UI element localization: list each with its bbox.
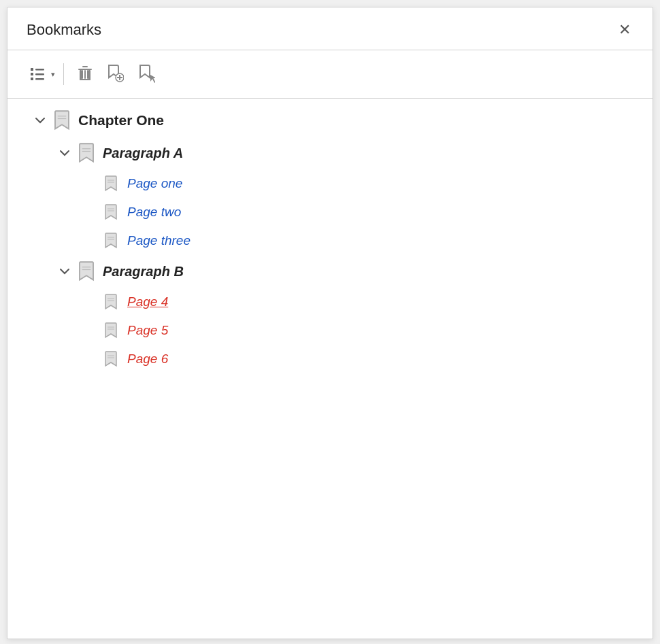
toolbar-separator — [63, 63, 64, 85]
bookmark-add-icon — [106, 64, 124, 84]
svg-rect-7 — [82, 66, 88, 67]
svg-rect-13 — [87, 70, 88, 79]
svg-rect-0 — [31, 68, 33, 71]
panel-header: Bookmarks ✕ — [7, 7, 653, 50]
chevron-paragraph-a — [59, 148, 77, 158]
svg-rect-2 — [31, 78, 33, 80]
panel-title: Bookmarks — [27, 21, 101, 39]
chevron-chapter-one — [35, 115, 52, 126]
tree-item-page-three[interactable]: Page three — [21, 226, 653, 255]
item-label-paragraph-a: Paragraph A — [103, 146, 183, 161]
svg-rect-1 — [31, 73, 33, 75]
tree-item-page-5[interactable]: Page 5 — [21, 316, 653, 345]
svg-rect-12 — [84, 70, 86, 79]
svg-rect-9 — [88, 70, 90, 80]
svg-rect-3 — [35, 69, 44, 71]
svg-rect-6 — [78, 69, 92, 70]
trash-icon — [78, 65, 93, 83]
svg-rect-4 — [35, 73, 44, 75]
tree-item-page-two[interactable]: Page two — [21, 198, 653, 226]
toolbar: ▾ — [7, 50, 653, 98]
item-label-page-6: Page 6 — [127, 352, 168, 367]
chevron-paragraph-b — [59, 266, 77, 277]
close-button[interactable]: ✕ — [613, 20, 636, 40]
bookmarks-panel: Bookmarks ✕ ▾ — [7, 7, 653, 639]
bookmark-icon-page-two — [101, 204, 120, 220]
item-label-page-5: Page 5 — [127, 323, 168, 338]
bookmark-icon-paragraph-a — [77, 143, 96, 163]
bookmark-icon-chapter-one — [52, 110, 71, 131]
svg-rect-11 — [82, 70, 83, 79]
list-view-dropdown[interactable]: ▾ — [24, 63, 55, 86]
dropdown-arrow: ▾ — [51, 70, 55, 79]
svg-rect-10 — [80, 79, 90, 80]
bookmark-icon-page-6 — [101, 351, 120, 367]
bookmark-tree: Chapter One Paragraph A Page one Page tw… — [7, 99, 653, 384]
item-label-paragraph-b: Paragraph B — [103, 264, 184, 279]
add-bookmark-from-current-button[interactable] — [132, 60, 161, 88]
tree-item-page-one[interactable]: Page one — [21, 169, 653, 198]
bookmark-icon-page-5 — [101, 322, 120, 339]
tree-item-page-4[interactable]: Page 4 — [21, 288, 653, 316]
tree-item-page-6[interactable]: Page 6 — [21, 345, 653, 373]
bookmark-cursor-icon — [137, 64, 155, 84]
svg-rect-5 — [35, 78, 44, 80]
list-icon — [29, 67, 46, 82]
bookmark-icon-page-three — [101, 233, 120, 249]
item-label-chapter-one: Chapter One — [78, 112, 164, 129]
bookmark-icon-page-one — [101, 175, 120, 192]
delete-bookmark-button[interactable] — [72, 61, 98, 87]
item-label-page-one: Page one — [127, 176, 182, 191]
add-bookmark-button[interactable] — [101, 60, 129, 88]
list-view-button[interactable] — [24, 63, 51, 86]
item-label-page-4: Page 4 — [127, 294, 168, 309]
tree-item-paragraph-b[interactable]: Paragraph B — [21, 255, 653, 288]
item-label-page-three: Page three — [127, 233, 191, 248]
toolbar-actions — [72, 60, 161, 88]
svg-rect-8 — [80, 70, 82, 80]
tree-item-chapter-one[interactable]: Chapter One — [21, 104, 653, 137]
bookmark-icon-paragraph-b — [77, 261, 96, 282]
item-label-page-two: Page two — [127, 205, 181, 220]
bookmark-icon-page-4 — [101, 294, 120, 310]
tree-item-paragraph-a[interactable]: Paragraph A — [21, 137, 653, 169]
